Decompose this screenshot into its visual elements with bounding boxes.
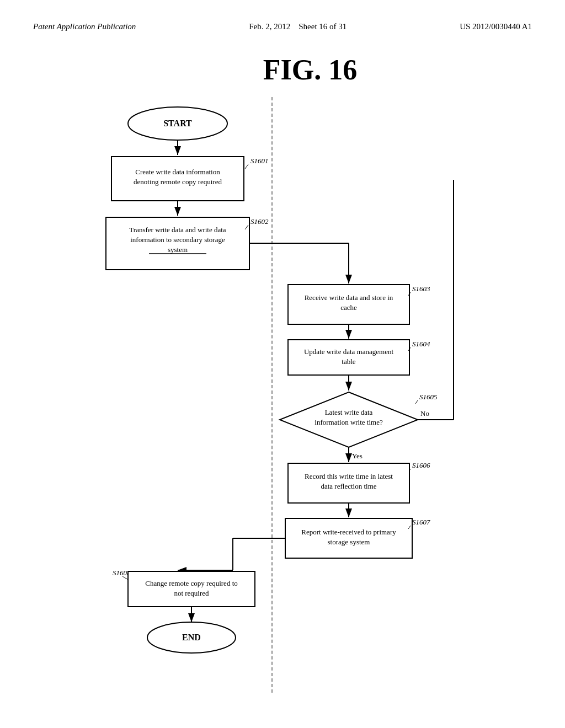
svg-text:S1606: S1606 bbox=[412, 461, 430, 469]
svg-text:Receive write data and store i: Receive write data and store in bbox=[305, 293, 393, 302]
svg-text:Transfer write data and write : Transfer write data and write data bbox=[129, 226, 226, 234]
svg-rect-49 bbox=[128, 571, 255, 607]
svg-text:S1603: S1603 bbox=[412, 285, 430, 293]
svg-point-1 bbox=[128, 107, 227, 140]
publication-label: Patent Application Publication bbox=[33, 22, 136, 31]
svg-text:data reflection time: data reflection time bbox=[321, 482, 376, 490]
svg-rect-22 bbox=[288, 340, 409, 375]
svg-text:S1602: S1602 bbox=[250, 217, 269, 226]
svg-text:denoting remote copy required: denoting remote copy required bbox=[134, 178, 222, 186]
svg-rect-37 bbox=[288, 463, 409, 503]
flowchart: START Create write data information deno… bbox=[67, 97, 498, 693]
svg-text:Yes: Yes bbox=[352, 452, 363, 460]
svg-rect-9 bbox=[106, 217, 249, 270]
sheet-label: Sheet 16 of 31 bbox=[299, 22, 347, 31]
svg-text:No: No bbox=[420, 409, 429, 417]
svg-text:S1601: S1601 bbox=[250, 157, 269, 165]
svg-text:information to secondary stora: information to secondary storage bbox=[130, 235, 225, 244]
svg-marker-27 bbox=[280, 392, 418, 447]
page-header: Patent Application Publication Feb. 2, 2… bbox=[0, 0, 565, 42]
svg-text:END: END bbox=[182, 633, 201, 642]
svg-text:system: system bbox=[168, 245, 188, 254]
svg-text:S1605: S1605 bbox=[419, 393, 438, 401]
svg-text:storage system: storage system bbox=[328, 538, 370, 546]
svg-text:Record this write time in late: Record this write time in latest bbox=[305, 472, 393, 480]
svg-text:Latest write data: Latest write data bbox=[325, 408, 373, 416]
svg-point-53 bbox=[147, 622, 236, 653]
svg-rect-41 bbox=[285, 518, 412, 558]
svg-text:START: START bbox=[163, 119, 192, 128]
svg-text:Report write-received to prima: Report write-received to primary bbox=[301, 528, 396, 536]
svg-text:Update write data management: Update write data management bbox=[304, 347, 393, 356]
svg-text:Create write data information: Create write data information bbox=[135, 168, 220, 176]
svg-text:S1604: S1604 bbox=[412, 340, 430, 348]
svg-rect-17 bbox=[288, 285, 409, 324]
svg-text:S1607: S1607 bbox=[412, 518, 430, 526]
flowchart-svg: START Create write data information deno… bbox=[67, 97, 498, 693]
figure-title: FIG. 16 bbox=[263, 53, 357, 86]
svg-rect-4 bbox=[111, 157, 244, 201]
svg-text:table: table bbox=[342, 357, 355, 366]
svg-text:cache: cache bbox=[340, 303, 357, 312]
divider-line bbox=[271, 97, 273, 693]
diagram-area: FIG. 16 START Create write data informat… bbox=[0, 42, 565, 704]
date-label: Feb. 2, 2012 bbox=[249, 22, 290, 31]
patent-number-label: US 2012/0030440 A1 bbox=[460, 22, 532, 31]
svg-text:information write time?: information write time? bbox=[315, 418, 383, 426]
svg-text:S1608: S1608 bbox=[113, 569, 131, 577]
svg-text:not required: not required bbox=[174, 589, 209, 597]
svg-text:Change remote copy required to: Change remote copy required to bbox=[145, 579, 238, 587]
